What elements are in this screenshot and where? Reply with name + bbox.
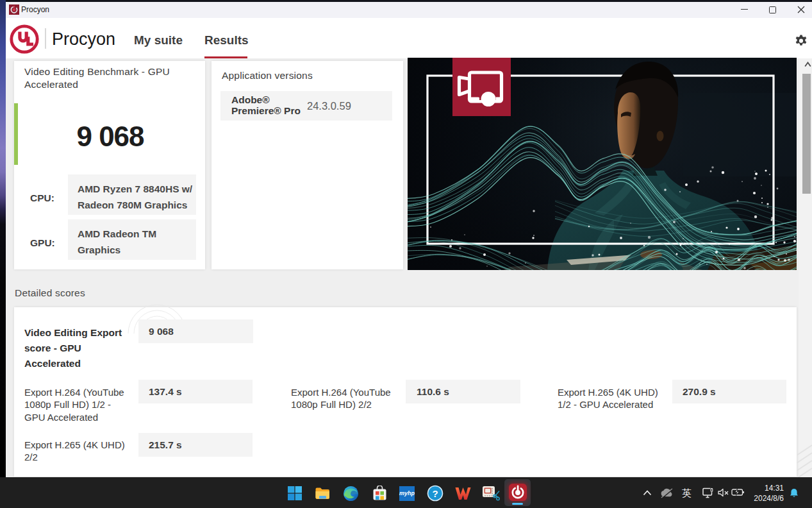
svg-text:?: ? bbox=[432, 488, 438, 499]
